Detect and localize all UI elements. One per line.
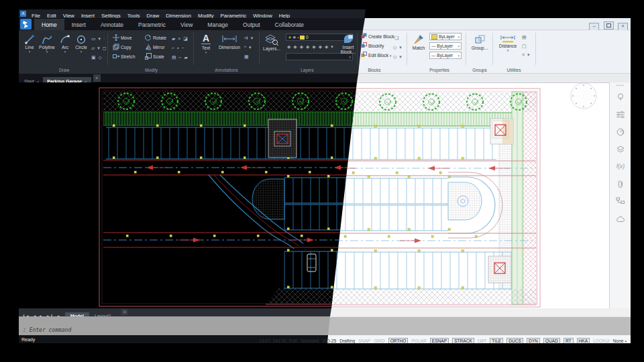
modify-extra-tools-3[interactable]: ▤ ⌐ ▰	[172, 54, 189, 60]
status-toggle-hka[interactable]: HKA	[577, 338, 590, 343]
status-toggle-grid[interactable]: GRID	[374, 338, 384, 343]
ribbon-tab-manage[interactable]: Manage	[200, 19, 235, 30]
draw-extra-tools[interactable]: ▭ ▾ ·	[91, 36, 105, 42]
navigation-compass[interactable]	[568, 82, 600, 111]
draw-extra-tools-3[interactable]: ▣ ◇	[91, 54, 103, 60]
utilities-extra-tools-3[interactable]: ≡ ▾	[522, 52, 531, 58]
doc-tab-close-icon[interactable]: ×	[85, 80, 87, 82]
status-toggle-lockui[interactable]: LOCKUI	[593, 338, 610, 343]
text-tool[interactable]: A Text▾	[197, 34, 215, 54]
menu-settings[interactable]: Settings	[98, 11, 124, 19]
status-toggle-ortho[interactable]: ORTHO	[388, 338, 409, 343]
status-toggle-lwt[interactable]: LWT	[478, 338, 486, 343]
color-select[interactable]: ByLayer▾	[429, 33, 462, 40]
insert-block-button[interactable]: Insert Block...	[339, 34, 357, 54]
paperclip-icon[interactable]	[610, 175, 631, 192]
group-button[interactable]: Group...	[470, 35, 490, 50]
layers-icon[interactable]	[610, 140, 631, 158]
draw-extra-tools-2[interactable]: ▱ ▾ ◻	[91, 45, 107, 51]
annotation-scale-select[interactable]: None	[613, 338, 624, 343]
circle-tool[interactable]: Circle▾	[73, 34, 89, 54]
doc-tab-start[interactable]: Start×	[20, 77, 43, 82]
new-document-button[interactable]: +	[93, 74, 101, 82]
status-toggle-polar[interactable]: POLAR	[411, 338, 426, 343]
status-toggle-tile[interactable]: TILE	[490, 338, 503, 343]
modify-extra-tools-2[interactable]: ⌐ ▪ −	[172, 45, 185, 51]
ribbon-tab-parametric[interactable]: Parametric	[131, 19, 173, 30]
sliders-icon[interactable]	[610, 105, 631, 123]
dimension-tool[interactable]: Dimension	[216, 36, 243, 50]
ribbon-tab-home[interactable]: Home	[34, 19, 64, 30]
bulb-icon[interactable]	[610, 88, 631, 105]
create-block-button[interactable]: Create Block	[361, 33, 394, 40]
arc-tool[interactable]: Arc▾	[58, 34, 72, 54]
polyline-tool[interactable]: Polyline▾	[37, 34, 57, 54]
status-toggle-snap[interactable]: SNAP	[358, 338, 370, 343]
menu-help[interactable]: Help	[276, 11, 293, 19]
copy-tool[interactable]: Copy	[113, 44, 131, 51]
cloud-icon[interactable]	[610, 210, 631, 227]
annotation-extra-tools-3[interactable]: ▦	[244, 54, 250, 60]
ribbon-tab-insert[interactable]: Insert	[64, 19, 93, 30]
ribbon-tab-output[interactable]: Output	[235, 19, 268, 30]
distance-tool[interactable]: Distance▾	[496, 35, 519, 52]
scale-tool[interactable]: Scale	[145, 53, 164, 60]
status-toggle-strack[interactable]: STRACK	[452, 338, 474, 343]
arc-dropdown-arrow[interactable]: ▾	[58, 50, 72, 54]
menu-parametric[interactable]: Parametric	[217, 11, 250, 19]
status-toggle-rt[interactable]: RT	[564, 338, 574, 343]
bricscad-logo[interactable]	[20, 19, 32, 29]
edit-block-button[interactable]: Edit Block ▾	[361, 52, 392, 60]
polyline-dropdown-arrow[interactable]: ▾	[37, 50, 57, 54]
ribbon-tab-collaborate[interactable]: Collaborate	[268, 19, 311, 30]
ribbon-tab-annotate[interactable]: Annotate	[93, 19, 131, 30]
text-dropdown-arrow[interactable]: ▾	[197, 51, 215, 54]
status-toggle-dyn[interactable]: DYN	[527, 338, 540, 343]
menu-insert[interactable]: Insert	[78, 11, 98, 19]
fx-icon[interactable]: f(x)	[610, 158, 631, 175]
utilities-extra-tools[interactable]: ▤	[522, 34, 527, 40]
status-field-drafting[interactable]: Drafting	[339, 338, 355, 343]
distance-dropdown-arrow[interactable]: ▾	[496, 49, 519, 52]
linetype-select[interactable]: — ByLayer▾	[429, 42, 462, 50]
lineweight-select[interactable]: — ByLayer▾	[429, 52, 462, 59]
blocks-extra-tools[interactable]: ❏	[394, 35, 399, 41]
annotation-extra-tools[interactable]: ⇉ ▾	[244, 35, 254, 41]
add-layout-button[interactable]: +	[121, 309, 127, 315]
utilities-extra-tools-2[interactable]: ▢	[522, 43, 527, 49]
spiral-icon[interactable]	[610, 123, 631, 140]
blocks-extra-tools-3[interactable]: ◇ ▾	[393, 54, 402, 60]
status-field-iso-25[interactable]: ISO-25	[322, 338, 336, 343]
model-canvas-light[interactable]	[19, 82, 609, 308]
minimize-button[interactable]: –	[589, 23, 599, 31]
rotate-tool[interactable]: Rotate	[145, 34, 166, 42]
layers-manager-button[interactable]: Layers...	[262, 34, 282, 51]
status-toggle-ducs[interactable]: DUCS	[506, 338, 523, 343]
ribbon-tab-view[interactable]: View	[173, 19, 200, 30]
blocks-extra-tools-2[interactable]: ◇ ▾	[393, 44, 402, 50]
line-tool[interactable]: Line▾	[22, 34, 37, 54]
move-tool[interactable]: Move	[113, 34, 132, 42]
match-properties-button[interactable]: Match	[411, 34, 427, 50]
menu-view[interactable]: View	[60, 11, 78, 19]
structure-icon[interactable]	[610, 192, 631, 210]
circle-dropdown-arrow[interactable]: ▾	[73, 50, 89, 54]
command-input[interactable]: : Enter command	[23, 327, 71, 333]
layer-state-tools[interactable]: ◈ ◈ ◈ ◈ ◈ ◈ ◈ ▾	[287, 44, 334, 50]
doc-tab-close-icon[interactable]: ×	[37, 80, 40, 82]
close-button[interactable]: ×	[618, 23, 628, 31]
stretch-tool[interactable]: Stretch	[113, 53, 135, 60]
blockify-button[interactable]: Blockify	[361, 42, 384, 50]
menu-tools[interactable]: Tools	[124, 11, 144, 19]
annotation-scale-arrow[interactable]: ▾	[625, 338, 627, 343]
menu-window[interactable]: Window	[250, 11, 275, 19]
mirror-tool[interactable]: Mirror	[145, 44, 165, 51]
annotation-extra-tools-2[interactable]: ᴬ ▾	[244, 44, 252, 50]
menu-file[interactable]: File	[28, 11, 44, 19]
panel-grip-dots[interactable]: ••••	[610, 82, 631, 88]
menu-draw[interactable]: Draw	[144, 11, 163, 19]
modify-extra-tools[interactable]: ▰ × ◪	[172, 36, 189, 42]
status-toggle-quad[interactable]: QUAD	[543, 338, 560, 343]
line-dropdown-arrow[interactable]: ▾	[22, 50, 37, 54]
doc-tab-parking-garage[interactable]: Parking Garage×	[43, 77, 91, 82]
